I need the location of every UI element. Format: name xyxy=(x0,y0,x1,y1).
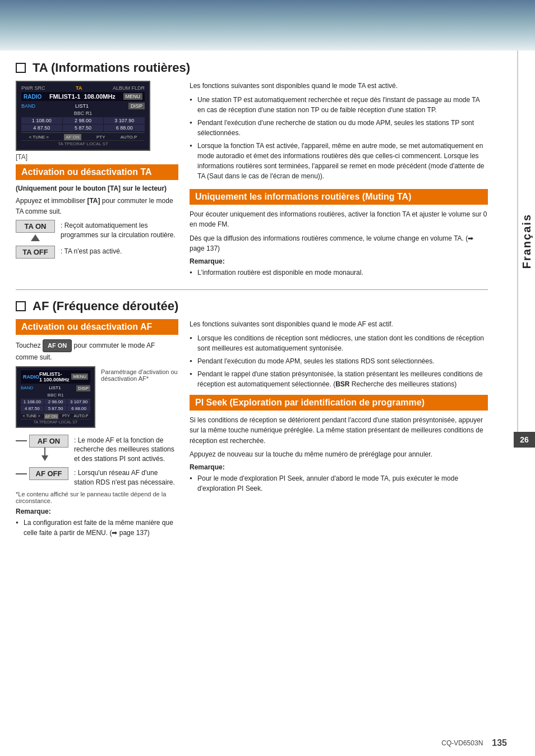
side-label-text: Français xyxy=(520,214,533,269)
ta-checkbox-icon xyxy=(16,63,26,73)
ta-bold-key: [TA] xyxy=(87,197,100,205)
af-section: AF (Fréquence déroutée) Activation ou dé… xyxy=(16,299,488,541)
radio-station: BBC R1 xyxy=(21,110,145,116)
af-radio-freq: FMLIST1-1 100.00MHz xyxy=(39,371,71,382)
radio-presets: 1 108.00 2 98.00 3 107.90 4 87.50 5 87.5… xyxy=(21,117,145,131)
preset-1: 1 108.00 xyxy=(21,117,62,124)
radio-top-right: ALBUM FLDR xyxy=(113,85,145,91)
af-band: BAND xyxy=(21,385,33,391)
af-preset-5: 5 87.50 xyxy=(44,405,67,412)
pi-seek-bar: PI Seek (Exploration par identification … xyxy=(190,395,488,411)
af-ctrl-tune: < TUNE > xyxy=(23,414,40,419)
muting-para2: Dès que la diffusion des informations ro… xyxy=(190,233,488,254)
ctrl-pty: PTY xyxy=(96,135,105,140)
page-number-box: 26 xyxy=(514,432,535,448)
af-controls: < TUNE > AF ON PTY AUTO.P xyxy=(21,413,90,419)
af-preset-2: 2 98.00 xyxy=(44,399,67,405)
af-remarque: Remarque: La configuration est faite de … xyxy=(16,508,178,538)
af-on-arrow-down xyxy=(41,455,48,461)
af-off-box: AF OFF xyxy=(29,467,68,480)
main-content: TA (Informations routières) PWR SRC TA A… xyxy=(0,50,516,551)
radio-controls: < TUNE > AF ON PTY AUTO.P xyxy=(21,132,145,140)
af-two-col: Activation ou désactivation AF Touchez A… xyxy=(16,319,488,541)
section-divider xyxy=(16,289,488,290)
af-preset-1: 1 108.00 xyxy=(21,399,44,405)
radio-list: LIST1 xyxy=(75,103,89,109)
muting-remarque-bullets: L'information routière est disponible en… xyxy=(190,268,488,278)
muting-para: Pour écouter uniquement des informations… xyxy=(190,209,488,230)
muting-bar: Uniquement les informations routières (M… xyxy=(190,189,488,205)
af-on-box: AF ON xyxy=(29,435,68,448)
ta-off-box: TA OFF xyxy=(16,246,55,259)
pi-remarque-label: Remarque: xyxy=(190,463,488,471)
ta-radio-display: PWR SRC TA ALBUM FLDR RADIO FMLIST1-1 10… xyxy=(16,81,150,151)
ta-up-arrow xyxy=(31,234,40,241)
af-bottom: TA TPEORAF LOCAL ST xyxy=(21,419,90,424)
af-menu-btn[interactable]: MENU xyxy=(71,374,88,380)
af-on-vline xyxy=(44,448,45,455)
af-checkbox-icon xyxy=(16,301,26,311)
af-on-desc: : Le mode AF et la fonction de recherche… xyxy=(74,436,178,464)
ta-on-row: TA ON : Reçoit automatiquement les progr… xyxy=(16,220,178,242)
ta-intro: Appuyez et immobiliser [TA] pour commute… xyxy=(16,196,178,216)
af-presets: 1 108.00 2 98.00 3 107.90 4 87.50 5 87.5… xyxy=(21,399,90,412)
preset-6: 6 88.00 xyxy=(104,125,145,131)
af-off-row: AF OFF : Lorsqu'un réseau AF d'une stati… xyxy=(16,467,178,487)
pi-remarque-bullets: Pour le mode d'exploration PI Seek, annu… xyxy=(190,473,488,494)
af-disp[interactable]: DISP xyxy=(76,385,90,391)
top-image xyxy=(0,0,535,50)
muting-remarque: Remarque: L'information routière est dis… xyxy=(190,257,488,278)
radio-freq-label: FMLIST1-1 108.00MHz xyxy=(49,93,116,100)
ta-col-right: Les fonctions suivantes sont disponibles… xyxy=(190,81,488,280)
ta-bullet-2: Pendant l'exécution d'une recherche de s… xyxy=(190,118,488,138)
af-intro-text: Touchez AF ON pour commuter le mode AF c… xyxy=(16,339,178,363)
ta-section: TA (Informations routières) PWR SRC TA A… xyxy=(16,61,488,280)
af-bullet-2: Pendant l'exécution du mode APM, seules … xyxy=(190,356,488,366)
ta-label: [TA] xyxy=(16,153,178,161)
af-section-title: AF (Fréquence déroutée) xyxy=(16,299,488,314)
radio-menu-btn[interactable]: MENU xyxy=(123,93,143,100)
ta-off-desc: : TA n'est pas activé. xyxy=(61,247,122,256)
radio-bottom-row: TA TPEORAF LOCAL ST xyxy=(21,140,145,146)
af-radio-display: RADIO FMLIST1-1 100.00MHz MENU BAND LIST… xyxy=(16,366,95,428)
af-ctrl-pty: PTY xyxy=(62,414,70,419)
af-ctrl-af: AF ON xyxy=(44,414,58,419)
af-remarque-bullet-1: La configuration est faite de la même ma… xyxy=(16,518,178,538)
pi-remarque: Remarque: Pour le mode d'exploration PI … xyxy=(190,463,488,494)
af-right-bullets: Lorsque les conditions de réception sont… xyxy=(190,333,488,389)
preset-4: 4 87.50 xyxy=(21,125,62,131)
ctrl-autop: AUTO.P xyxy=(121,135,137,140)
af-col-right: Les fonctions suivantes sont disponibles… xyxy=(190,319,488,541)
ta-bullet-3: Lorsque la fonction TA est activée, l'ap… xyxy=(190,141,488,181)
pi-seek-para2: Appuyez de nouveau sur la touche du même… xyxy=(190,449,488,460)
af-display-row: RADIO FMLIST1-1 100.00MHz MENU BAND LIST… xyxy=(16,366,178,430)
pi-seek-section: PI Seek (Exploration par identification … xyxy=(190,395,488,494)
af-remarque-label: Remarque: xyxy=(16,508,178,515)
radio-top-left: PWR SRC xyxy=(21,85,45,91)
af-button[interactable]: AF ON xyxy=(43,339,72,352)
af-off-desc: : Lorsqu'un réseau AF d'une station RDS … xyxy=(74,468,178,487)
af-param-note: Paramétrage d'activation ou désactivatio… xyxy=(101,368,178,382)
af-off-line xyxy=(16,473,27,474)
ta-right-bullets: Une station TP est automatiquement reche… xyxy=(190,95,488,181)
ta-indicator: TA xyxy=(76,85,82,91)
af-footnote: *Le contenu affiché sur le panneau tacti… xyxy=(16,491,178,504)
muting-remarque-label: Remarque: xyxy=(190,257,488,265)
radio-band: BAND xyxy=(21,103,35,109)
af-station: BBC R1 xyxy=(21,393,90,398)
radio-disp[interactable]: DISP xyxy=(128,103,145,109)
page-number: 26 xyxy=(520,435,529,444)
af-right-intro: Les fonctions suivantes sont disponibles… xyxy=(190,319,488,330)
af-bullet-1: Lorsque les conditions de réception sont… xyxy=(190,333,488,353)
footer-model: CQ-VD6503N xyxy=(441,739,483,747)
preset-3: 3 107.90 xyxy=(104,117,145,124)
ta-right-intro: Les fonctions suivantes sont disponibles… xyxy=(190,81,488,91)
muting-bullet-1: L'information routière est disponible en… xyxy=(190,268,488,278)
preset-2: 2 98.00 xyxy=(63,117,104,124)
ctrl-af: AF ON xyxy=(64,134,81,140)
ta-section-title: TA (Informations routières) xyxy=(16,61,488,75)
af-activation-bar: Activation ou désactivation AF xyxy=(16,319,178,335)
ta-on-box: TA ON xyxy=(16,220,55,233)
radio-label: RADIO xyxy=(24,94,41,100)
ta-bullet-1: Une station TP est automatiquement reche… xyxy=(190,95,488,115)
